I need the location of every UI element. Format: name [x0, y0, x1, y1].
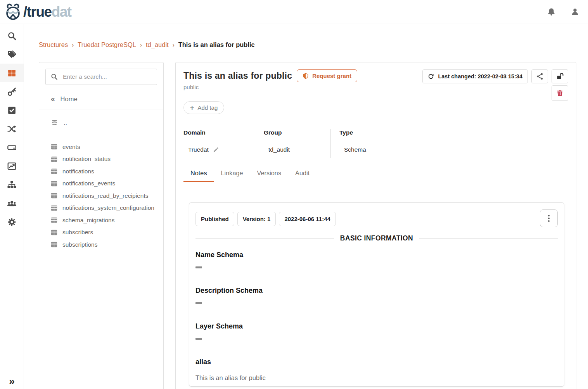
structure-meta: Domain Truedat Group td_audit Type Schem… [183, 129, 568, 158]
breadcrumb-link-system[interactable]: Truedat PostgreSQL [78, 41, 136, 48]
edit-pencil-icon[interactable] [213, 147, 219, 153]
breadcrumb-link-group[interactable]: td_audit [146, 41, 169, 48]
structure-detail-panel: This is an alias for public Request gran… [175, 62, 576, 389]
sidebar-item-structures[interactable] [0, 64, 24, 82]
sidebar-item-search[interactable] [0, 26, 24, 45]
home-button[interactable]: « Home [39, 89, 163, 109]
share-button[interactable] [531, 69, 548, 83]
table-icon [51, 205, 57, 211]
unlock-icon [556, 73, 564, 80]
request-grant-button[interactable]: Request grant [297, 69, 357, 82]
sidebar-item-dashboards[interactable] [0, 157, 24, 175]
sidebar-item-lineage[interactable] [0, 119, 24, 138]
database-icon [51, 119, 58, 126]
gear-icon [7, 217, 17, 227]
truedat-logo[interactable]: /truedat [4, 3, 71, 21]
group-label: Group [264, 129, 330, 136]
share-icon [536, 73, 544, 80]
sitemap-icon [7, 180, 17, 190]
sidebar-item-taxonomy[interactable] [0, 175, 24, 194]
table-list-item[interactable]: notifications_system_configuration [39, 202, 163, 214]
empty-value-dash [195, 302, 202, 304]
shield-icon [303, 73, 309, 80]
type-value: Schema [344, 146, 366, 153]
table-icon [51, 181, 57, 187]
group-value: td_audit [268, 146, 290, 153]
table-list-item[interactable]: notifications_read_by_recipients [39, 190, 163, 202]
home-label: Home [61, 95, 78, 103]
parent-schema-label: .. [64, 119, 67, 126]
plus-icon: + [190, 104, 194, 111]
chevron-right-icon: › [140, 41, 142, 48]
sidebar-item-permissions[interactable] [0, 82, 24, 101]
last-changed-button[interactable]: Last changed: 2022-02-03 15:34 [422, 69, 528, 83]
tab-linkage[interactable]: Linkage [214, 169, 250, 182]
table-list-item[interactable]: subscribers [39, 226, 163, 239]
sidebar-expand-button[interactable]: » [0, 376, 24, 387]
table-list-item[interactable]: schema_migrations [39, 214, 163, 226]
search-input[interactable] [45, 69, 157, 85]
grid-icon [7, 68, 17, 78]
sidebar-item-systems[interactable] [0, 138, 24, 157]
table-icon [51, 242, 57, 247]
table-icon [51, 156, 57, 162]
user-icon[interactable] [571, 7, 579, 16]
section-title: BASIC INFORMATION [334, 234, 419, 242]
table-icon [51, 217, 57, 223]
check-square-icon [7, 105, 17, 115]
sidebar-rail: » [0, 24, 24, 389]
sidebar-item-quality[interactable] [0, 101, 24, 119]
table-list: events notification_status notifications… [39, 136, 163, 251]
chevron-right-icon: › [72, 41, 74, 48]
table-icon [51, 144, 57, 150]
tab-notes[interactable]: Notes [183, 169, 214, 182]
date-badge: 2022-06-06 11:44 [279, 212, 336, 226]
field-label: Description Schema [195, 286, 558, 295]
sidebar-item-groups[interactable] [0, 194, 24, 213]
tab-audit[interactable]: Audit [288, 169, 316, 182]
key-icon [7, 87, 17, 97]
top-bar: /truedat [0, 0, 588, 24]
users-icon [7, 199, 17, 208]
tags-icon [7, 50, 17, 59]
page-title: This is an alias for public [183, 71, 292, 81]
domain-value: Truedat [188, 146, 209, 153]
tab-versions[interactable]: Versions [250, 169, 288, 182]
bell-icon[interactable] [547, 7, 556, 16]
note-field: alias This is an alias for public [195, 358, 558, 382]
add-tag-button[interactable]: + Add tag [183, 101, 224, 114]
parent-schema-item[interactable]: .. [39, 109, 163, 136]
unlock-button[interactable] [552, 69, 568, 83]
shuffle-icon [7, 124, 17, 134]
table-name: notifications_events [62, 180, 115, 187]
sidebar-item-tags[interactable] [0, 45, 24, 64]
note-field: Name Schema [195, 251, 558, 268]
empty-value-dash [195, 338, 202, 340]
delete-button[interactable] [552, 85, 568, 101]
note-field: Description Schema [195, 286, 558, 304]
table-name: notification_status [62, 156, 111, 163]
search-icon [7, 31, 17, 41]
field-label: Name Schema [195, 251, 558, 259]
sidebar-item-settings[interactable] [0, 213, 24, 231]
last-changed-label: Last changed: 2022-02-03 15:34 [438, 73, 522, 80]
table-icon [51, 168, 57, 174]
type-label: Type [339, 129, 568, 136]
divider [419, 238, 558, 239]
table-list-item[interactable]: subscriptions [39, 239, 163, 251]
table-list-item[interactable]: notifications_events [39, 178, 163, 190]
table-list-item[interactable]: notification_status [39, 153, 163, 166]
breadcrumb-link-structures[interactable]: Structures [39, 41, 68, 48]
angles-left-icon: « [51, 95, 55, 103]
table-name: subscribers [62, 229, 93, 236]
note-menu-button[interactable] [540, 209, 558, 227]
search-icon [50, 73, 58, 80]
add-tag-label: Add tag [198, 104, 218, 111]
table-list-item[interactable]: notifications [39, 165, 163, 178]
table-list-item[interactable]: events [39, 141, 163, 153]
note-card: Published Version: 1 2022-06-06 11:44 BA… [189, 202, 564, 387]
status-badge: Published [195, 212, 234, 226]
chevron-right-icon: › [173, 41, 175, 48]
structure-browser-panel: « Home .. events notification_status not… [39, 62, 164, 389]
table-name: notifications_read_by_recipients [62, 192, 148, 199]
